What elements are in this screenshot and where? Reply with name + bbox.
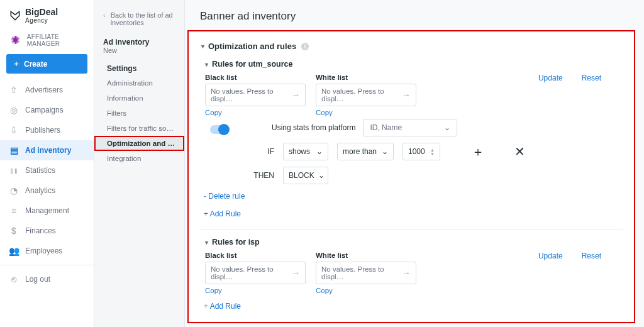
subnav-item-information[interactable]: Information (94, 91, 184, 106)
update-link[interactable]: Update (538, 74, 563, 82)
add-rule-link[interactable]: + Add Rule (204, 209, 623, 218)
action-select[interactable]: BLOCK ⌄ (283, 167, 328, 184)
update-link[interactable]: Update (538, 252, 563, 260)
rules-isp: ▾ Rules for isp Black list No values. Pr… (200, 230, 623, 313)
nav-item-publishers[interactable]: ⇩ Publishers (0, 120, 94, 140)
white-list-col: White list No values. Press to displ… → … (316, 74, 416, 116)
target-icon: ◎ (9, 105, 19, 115)
white-list-input[interactable]: No values. Press to displ… → (316, 262, 416, 284)
plus-icon: ＋ (13, 58, 20, 69)
nav-item-advertisers[interactable]: ⇧ Advertisers (0, 80, 94, 100)
number-stepper[interactable]: ▲▼ (430, 148, 435, 155)
download-icon: ⇩ (9, 125, 19, 135)
rules-header[interactable]: ▾ Rules for isp (200, 236, 623, 249)
rules-title: Rules for isp (212, 238, 260, 247)
arrow-right-icon: → (402, 90, 411, 100)
black-list-copy-link[interactable]: Copy (205, 109, 306, 116)
back-link[interactable]: ‹ Back to the list of ad inventories (94, 8, 184, 34)
black-list-copy-link[interactable]: Copy (205, 287, 306, 294)
subnav-item-administration[interactable]: Administration (94, 75, 184, 91)
nav-label: Statistics (25, 166, 55, 175)
nav-separator (0, 265, 94, 265)
metric-value: shows (289, 147, 310, 156)
threshold-input[interactable]: 1000 ▲▼ (402, 143, 440, 160)
black-list-input[interactable]: No values. Press to displ… → (205, 262, 306, 284)
optimization-panel: ▾ Optimization and rules i ▾ Rules for u… (187, 30, 635, 323)
page-title: Banner ad inventory (185, 0, 644, 30)
note-icon: ▤ (9, 145, 19, 155)
subnav-item-optimization[interactable]: Optimization and rules (94, 136, 184, 151)
stats-label: Using stats from platform (272, 123, 355, 132)
delete-rule-link[interactable]: - Delete rule (204, 192, 623, 201)
nav-item-campaigns[interactable]: ◎ Campaigns (0, 100, 94, 120)
nav-item-finances[interactable]: $ Finances (0, 221, 94, 241)
nav-label: Log out (25, 275, 50, 284)
nav-label: Analytics (25, 186, 55, 195)
nav-item-logout[interactable]: ⎋ Log out (0, 269, 94, 289)
white-list-copy-link[interactable]: Copy (316, 109, 416, 116)
nav-label: Publishers (25, 126, 60, 135)
nav-label: Finances (25, 226, 56, 235)
add-rule-link[interactable]: + Add Rule (204, 302, 623, 311)
back-label: Back to the list of ad inventories (111, 11, 177, 26)
add-condition-button[interactable]: ＋ (468, 143, 488, 160)
bars-icon: ⫾⫾ (9, 165, 19, 175)
arrow-right-icon: → (291, 90, 300, 100)
nav-label: Ad inventory (25, 146, 71, 155)
affiliate-icon: ✺ (9, 33, 22, 48)
reset-link[interactable]: Reset (582, 74, 601, 82)
secondary-nav: ‹ Back to the list of ad inventories Ad … (94, 0, 185, 327)
reset-link[interactable]: Reset (582, 252, 601, 260)
upload-icon: ⇧ (9, 85, 19, 95)
input-placeholder: No values. Press to displ… (211, 265, 291, 280)
subnav-section-title: Settings (94, 60, 184, 75)
platform-placeholder: ID, Name (370, 123, 402, 132)
operator-select[interactable]: more than ⌄ (337, 143, 394, 160)
main-content: Banner ad inventory ▾ Optimization and r… (185, 0, 644, 327)
info-icon[interactable]: i (301, 43, 309, 50)
nav-item-statistics[interactable]: ⫾⫾ Statistics (0, 160, 94, 180)
arrow-right-icon: → (402, 268, 411, 278)
platform-select[interactable]: ID, Name ⌄ (363, 119, 457, 136)
then-label: THEN (205, 171, 274, 180)
input-placeholder: No values. Press to displ… (321, 265, 402, 280)
stats-toggle[interactable] (210, 125, 229, 134)
remove-condition-button[interactable]: ✕ (511, 143, 529, 160)
subnav-subtitle: New (94, 47, 184, 60)
create-label: Create (24, 60, 47, 69)
nav-item-management[interactable]: ≡ Management (0, 201, 94, 221)
people-icon: 👥 (9, 246, 19, 256)
if-label: IF (205, 147, 274, 156)
subnav-item-integration[interactable]: Integration (94, 151, 184, 166)
caret-down-icon: ▾ (205, 239, 208, 246)
subnav-item-filters[interactable]: Filters (94, 106, 184, 121)
white-list-copy-link[interactable]: Copy (316, 287, 416, 294)
metric-select[interactable]: shows ⌄ (283, 143, 328, 160)
section-header[interactable]: ▾ Optimization and rules i (200, 40, 623, 58)
input-placeholder: No values. Press to displ… (321, 87, 402, 103)
role-label: AFFILIATE MANAGER (27, 33, 85, 47)
section-title: Optimization and rules (208, 42, 296, 51)
nav-item-employees[interactable]: 👥 Employees (0, 241, 94, 261)
sliders-icon: ≡ (9, 206, 19, 216)
arrow-right-icon: → (291, 268, 300, 278)
operator-value: more than (343, 147, 377, 156)
then-row: THEN BLOCK ⌄ (200, 160, 623, 184)
nav-item-ad-inventory[interactable]: ▤ Ad inventory (0, 140, 94, 160)
caret-down-icon: ▾ (201, 43, 204, 50)
white-list-label: White list (316, 74, 416, 81)
white-list-input[interactable]: No values. Press to displ… → (316, 84, 416, 106)
create-button[interactable]: ＋ Create (6, 54, 87, 74)
black-list-input[interactable]: No values. Press to displ… → (205, 84, 306, 106)
nav-item-analytics[interactable]: ◔ Analytics (0, 180, 94, 201)
pie-icon: ◔ (9, 186, 19, 196)
brand-logo-icon (9, 9, 21, 22)
rules-header[interactable]: ▾ Rules for utm_source (200, 58, 623, 71)
primary-nav-list: ⇧ Advertisers ◎ Campaigns ⇩ Publishers ▤… (0, 80, 94, 294)
white-list-col: White list No values. Press to displ… → … (316, 252, 416, 294)
brand-name: BigDeal (25, 8, 58, 17)
chevron-down-icon: ⌄ (382, 147, 388, 156)
chevron-down-icon: ⌄ (318, 171, 325, 180)
subnav-item-filters-traffic[interactable]: Filters for traffic sour… (94, 121, 184, 136)
white-list-label: White list (316, 252, 416, 259)
